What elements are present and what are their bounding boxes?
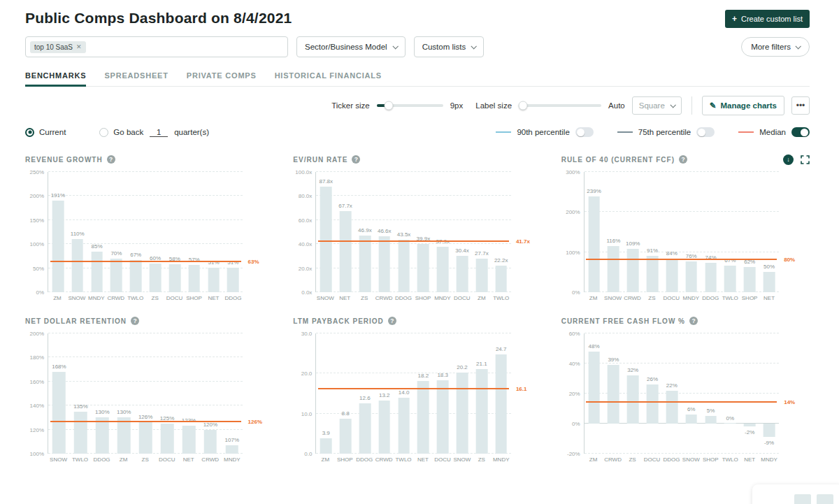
sector-dropdown[interactable]: Sector/Business Model bbox=[296, 36, 406, 57]
toggle-knob bbox=[577, 129, 585, 136]
company-filter-input[interactable]: top 10 SaaS ✕ bbox=[25, 36, 288, 57]
ticker-label: ZM bbox=[584, 456, 603, 463]
bar-slot: 46.9x bbox=[355, 172, 375, 292]
radio-unselected-icon[interactable] bbox=[99, 128, 108, 137]
label-size-label: Label size bbox=[475, 101, 512, 110]
y-axis-tick: 160% bbox=[30, 379, 44, 385]
ticker-label: SNOW bbox=[452, 456, 472, 463]
bar-slot: 62% bbox=[740, 172, 759, 292]
bar-slot: 39.9x bbox=[413, 172, 433, 292]
bar-value-label: 168% bbox=[52, 363, 66, 370]
filter-chip-label: top 10 SaaS bbox=[34, 43, 73, 51]
custom-lists-dropdown[interactable]: Custom lists bbox=[414, 36, 485, 57]
bar-value-label: 48% bbox=[589, 343, 600, 350]
bar-value-label: 20.2 bbox=[457, 364, 468, 370]
current-radio[interactable]: Current bbox=[25, 128, 66, 137]
bar-value-label: 191% bbox=[51, 192, 65, 199]
legend-toggle[interactable] bbox=[696, 127, 715, 137]
y-axis-tick: 10.0 bbox=[301, 411, 313, 417]
ticker-label: ZS bbox=[472, 456, 492, 463]
bar-slot: 6% bbox=[682, 333, 701, 454]
bars: 87.8x67.7x46.9x46.6x43.5x39.9x37.9x30.4x… bbox=[316, 172, 510, 292]
ticker-label: CRWD bbox=[374, 456, 394, 463]
legend-toggle[interactable] bbox=[575, 127, 594, 137]
bar-slot: 168% bbox=[48, 333, 70, 454]
bar-value-label: 116% bbox=[606, 238, 620, 244]
ticker-label: TWLO bbox=[126, 295, 145, 301]
bar bbox=[204, 430, 217, 454]
ticker-label: DDOG bbox=[91, 456, 113, 463]
bar-value-label: 39% bbox=[608, 357, 619, 363]
help-icon[interactable]: ? bbox=[352, 155, 360, 164]
tab-spreadsheet[interactable]: SPREADSHEET bbox=[104, 71, 168, 86]
y-axis-tick: 100% bbox=[566, 250, 580, 256]
ticker-label: NET bbox=[335, 295, 354, 301]
help-icon[interactable]: ? bbox=[689, 317, 698, 325]
expand-icon[interactable] bbox=[801, 155, 810, 164]
y-axis-tick: 200% bbox=[30, 331, 44, 337]
help-icon[interactable]: ? bbox=[131, 317, 139, 325]
manage-charts-button[interactable]: ✎ Manage charts bbox=[702, 96, 784, 115]
shape-select[interactable]: Square bbox=[632, 96, 682, 115]
bar bbox=[608, 246, 619, 293]
y-axis-tick: 180% bbox=[30, 354, 44, 361]
chart-plot: 0.010.020.030.03.98.812.613.214.018.218.… bbox=[315, 333, 510, 454]
floating-widget[interactable] bbox=[752, 484, 839, 504]
create-custom-list-label: Create custom list bbox=[741, 15, 803, 23]
ticker-label: DDOG bbox=[354, 456, 374, 463]
help-icon[interactable]: ? bbox=[679, 155, 687, 164]
legend-line-icon bbox=[738, 131, 754, 133]
median-value-label: 41.7x bbox=[516, 238, 530, 245]
bar bbox=[724, 266, 736, 292]
tab-private-comps[interactable]: PRIVATE COMPS bbox=[187, 71, 257, 86]
bar-slot: 12.6 bbox=[355, 333, 375, 454]
slider-knob[interactable] bbox=[384, 101, 393, 110]
bar bbox=[744, 267, 756, 292]
ticker-size-label: Ticker size bbox=[331, 101, 370, 110]
label-size-slider[interactable] bbox=[519, 104, 601, 107]
tab-historical-financials[interactable]: HISTORICAL FINANCIALS bbox=[275, 71, 382, 86]
bar bbox=[182, 426, 196, 454]
ticker-label: SHOP bbox=[335, 456, 354, 463]
bars: 168%135%130%130%126%125%123%120%107% bbox=[48, 333, 243, 454]
chart-header: CURRENT FREE CASH FLOW %? bbox=[561, 315, 810, 326]
bar bbox=[378, 236, 390, 292]
legend-toggle[interactable] bbox=[791, 127, 810, 137]
create-custom-list-button[interactable]: + Create custom list bbox=[725, 10, 810, 28]
go-back-quarters-input[interactable]: 1 bbox=[150, 128, 168, 137]
y-axis-tick: 30.0 bbox=[301, 331, 313, 337]
ticker-size-slider[interactable] bbox=[377, 104, 443, 107]
bar-slot: -2% bbox=[740, 333, 759, 454]
bar bbox=[117, 417, 131, 454]
tab-benchmarks[interactable]: BENCHMARKS bbox=[25, 71, 86, 86]
more-menu-button[interactable]: ••• bbox=[791, 96, 810, 115]
x-axis-labels: SNOWTWLODDOGZMZSDOCUNETCRWDMNDY bbox=[48, 456, 243, 463]
download-icon[interactable]: ↓ bbox=[783, 154, 794, 165]
help-icon[interactable]: ? bbox=[107, 155, 115, 164]
widget-button[interactable] bbox=[794, 494, 811, 504]
more-filters-button[interactable]: More filters bbox=[741, 37, 810, 57]
bar bbox=[495, 266, 507, 292]
ticker-label: DOCU bbox=[156, 456, 178, 463]
ticker-size-value: 9px bbox=[450, 101, 464, 110]
slider-knob[interactable] bbox=[518, 101, 527, 110]
widget-button[interactable] bbox=[817, 494, 833, 504]
ticker-label: TWLO bbox=[492, 295, 511, 301]
ticker-label: MNDY bbox=[759, 456, 779, 463]
radio-selected-icon[interactable] bbox=[25, 128, 34, 137]
y-axis-tick: 300% bbox=[566, 169, 580, 175]
chevron-down-icon bbox=[795, 43, 801, 49]
help-icon[interactable]: ? bbox=[388, 317, 396, 325]
median-line: 41.7x bbox=[318, 240, 509, 242]
bar bbox=[608, 365, 619, 424]
bar-slot: 32% bbox=[623, 333, 643, 454]
go-back-radio[interactable]: Go back 1 quarter(s) bbox=[99, 128, 209, 137]
chip-remove-icon[interactable]: ✕ bbox=[76, 43, 82, 50]
chart-header: NET DOLLAR RETENTION? bbox=[25, 315, 273, 326]
ticker-label: NET bbox=[759, 295, 779, 301]
y-axis-tick: 100.0x bbox=[295, 169, 312, 175]
ticker-label: MNDY bbox=[87, 295, 106, 301]
ticker-label: TWLO bbox=[69, 456, 91, 463]
bar-value-label: 107% bbox=[225, 437, 239, 443]
chart-title: CURRENT FREE CASH FLOW % bbox=[561, 317, 685, 325]
